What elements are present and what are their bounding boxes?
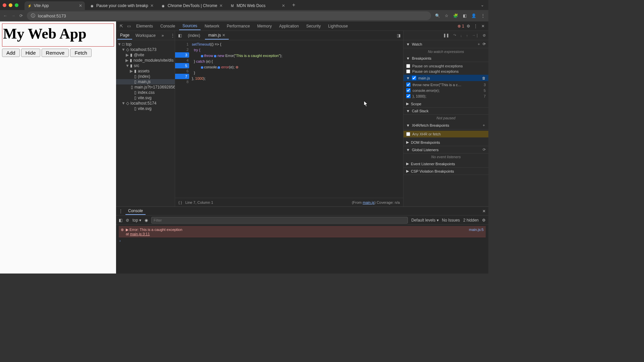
close-tab-icon[interactable]: ✕ <box>79 3 82 8</box>
deactivate-breakpoints-icon[interactable]: ⊘ <box>483 33 486 38</box>
step-into-icon[interactable]: ↓ <box>460 34 462 38</box>
inspect-element-icon[interactable]: ⇱ <box>118 24 125 28</box>
device-toolbar-icon[interactable]: ▭ <box>125 24 132 28</box>
more-icon[interactable]: ⋮ <box>472 24 479 28</box>
menu-icon[interactable]: ⋮ <box>481 13 485 18</box>
fetch-button[interactable]: Fetch <box>70 49 92 57</box>
tree-row[interactable]: ▼▮src <box>116 63 175 68</box>
add-watch-icon[interactable]: ＋ <box>477 42 481 47</box>
close-tab-icon[interactable]: ✕ <box>282 3 285 8</box>
breakpoint-file-row[interactable]: ▼ main.js🗑 <box>404 75 488 81</box>
close-tab-icon[interactable]: ✕ <box>150 3 154 8</box>
code-area[interactable]: setTimeout(() => { try { throw new Error… <box>191 40 403 198</box>
nav-menu-icon[interactable]: ⋮ <box>168 32 175 39</box>
refresh-icon[interactable]: ⟳ <box>483 42 486 46</box>
tree-row[interactable]: ▶▮assets <box>116 68 175 74</box>
new-tab-button[interactable]: + <box>290 1 298 9</box>
site-info-icon[interactable]: ⓘ <box>31 13 35 19</box>
add-xhr-icon[interactable]: ＋ <box>482 123 486 128</box>
tab-console[interactable]: Console <box>157 22 178 30</box>
close-tab-icon[interactable]: ✕ <box>222 33 225 38</box>
nav-tab-workspace[interactable]: Workspace <box>133 32 158 39</box>
remove-button[interactable]: Remove <box>42 49 69 57</box>
nav-tab-page[interactable]: Page <box>117 32 132 40</box>
profile-icon[interactable]: 👤 <box>471 13 476 18</box>
zoom-icon[interactable]: 🔍 <box>435 13 440 18</box>
tree-row[interactable]: ▯main.js?t=1710692856 <box>116 84 175 90</box>
tab-application[interactable]: Application <box>276 22 302 30</box>
tree-row[interactable]: ▶▮node_modules/vite/dis <box>116 58 175 63</box>
toggle-navigator-icon[interactable]: ◧ <box>176 33 183 38</box>
tab-performance[interactable]: Performance <box>223 22 253 30</box>
source-link[interactable]: main.js <box>363 200 374 204</box>
tab-network[interactable]: Network <box>201 22 223 30</box>
console-settings-icon[interactable]: ⚙ <box>482 218 486 223</box>
live-expression-icon[interactable]: ◉ <box>145 218 148 223</box>
global-listeners-header[interactable]: ▼ Global Listeners⟳ <box>404 146 488 154</box>
tab-chrome-devtools[interactable]: ◉ Chrome DevTools | Chrome ✕ <box>158 1 225 10</box>
line-gutter[interactable]: 12345678 <box>175 40 191 198</box>
drawer-menu-icon[interactable]: ⋮ <box>119 209 123 214</box>
issues-badge[interactable]: No Issues <box>442 218 460 223</box>
tab-memory[interactable]: Memory <box>254 22 275 30</box>
context-selector[interactable]: top ▾ <box>132 218 141 223</box>
tab-lighthouse[interactable]: Lighthouse <box>325 22 351 30</box>
tree-row[interactable]: ▯vite.svg <box>116 95 175 101</box>
drawer-tab-console[interactable]: Console <box>125 207 146 215</box>
tab-mdn[interactable]: M MDN Web Docs ✕ <box>227 1 288 10</box>
tab-pause-code[interactable]: ◉ Pause your code with breakp ✕ <box>87 1 156 10</box>
close-drawer-icon[interactable]: ✕ <box>482 209 486 214</box>
close-window-icon[interactable] <box>3 3 6 7</box>
clear-console-icon[interactable]: ⊘ <box>126 218 129 223</box>
hide-button[interactable]: Hide <box>21 49 40 57</box>
breakpoint-item[interactable]: console.error(e);5 <box>406 87 486 93</box>
xhr-section-header[interactable]: ▼ XHR/fetch Breakpoints＋ <box>404 121 488 129</box>
editor-tab-index[interactable]: (index) <box>184 32 204 39</box>
event-listener-bp-header[interactable]: ▶ Event Listener Breakpoints <box>404 160 488 168</box>
tree-row[interactable]: ▯vite.svg <box>116 106 175 111</box>
any-xhr-checkbox[interactable]: Any XHR or fetch <box>404 131 488 137</box>
pause-uncaught-checkbox[interactable]: Pause on uncaught exceptions <box>406 63 486 69</box>
breakpoints-section-header[interactable]: ▼ Breakpoints <box>404 55 488 62</box>
console-error-row[interactable]: ⊗ ▶ Error: This is a caught exception at… <box>119 226 486 237</box>
tab-vite-app[interactable]: ⚡ Vite App ✕ <box>24 1 85 10</box>
sidebar-toggle-icon[interactable]: ◧ <box>119 218 122 223</box>
step-over-icon[interactable]: ↷ <box>453 33 456 38</box>
side-panel-icon[interactable]: ◧ <box>463 13 467 18</box>
back-button[interactable]: ← <box>3 13 7 18</box>
console-filter-input[interactable] <box>151 217 408 224</box>
watch-section-header[interactable]: ▼ Watch＋⟳ <box>404 40 488 48</box>
add-button[interactable]: Add <box>2 49 20 57</box>
tree-row[interactable]: ▶▮@vite <box>116 52 175 58</box>
tree-row[interactable]: ▼◇localhost:5174 <box>116 101 175 106</box>
close-devtools-icon[interactable]: ✕ <box>480 24 486 28</box>
callstack-section-header[interactable]: ▼ Call Stack <box>404 108 488 115</box>
toggle-sidebar-icon[interactable]: ◨ <box>395 33 402 38</box>
settings-icon[interactable]: ⚙ <box>465 24 472 28</box>
editor-tab-mainjs[interactable]: main.js ✕ <box>205 32 229 40</box>
tree-row[interactable]: ▼◇localhost:5173 <box>116 47 175 52</box>
tree-row[interactable]: ▯main.js <box>116 79 175 84</box>
tree-row[interactable]: ▯(index) <box>116 74 175 79</box>
dom-breakpoints-header[interactable]: ▶ DOM Breakpoints <box>404 139 488 146</box>
extensions-icon[interactable]: 🧩 <box>453 13 458 18</box>
chevron-down-icon[interactable]: ⌄ <box>479 3 486 7</box>
error-badge[interactable]: ⊗ 1 <box>458 24 464 28</box>
refresh-icon[interactable]: ⟳ <box>483 147 486 152</box>
tab-sources[interactable]: Sources <box>179 22 201 30</box>
close-tab-icon[interactable]: ✕ <box>219 3 223 8</box>
maximize-window-icon[interactable] <box>15 3 18 7</box>
pause-caught-checkbox[interactable]: Pause on caught exceptions <box>406 69 486 74</box>
reload-button[interactable]: ⟳ <box>19 13 23 18</box>
format-icon[interactable]: { } <box>178 200 182 204</box>
delete-icon[interactable]: 🗑 <box>482 76 486 80</box>
log-levels-selector[interactable]: Default levels ▾ <box>411 218 438 223</box>
stack-link[interactable]: main.js:3:11 <box>130 232 150 236</box>
source-link[interactable]: main.js:5 <box>469 228 484 236</box>
console-prompt[interactable]: › <box>119 237 486 244</box>
forward-button[interactable]: → <box>11 13 15 18</box>
tab-elements[interactable]: Elements <box>133 22 156 30</box>
nav-more-icon[interactable]: » <box>159 32 167 39</box>
tree-row[interactable]: ▯index.css <box>116 90 175 95</box>
url-input[interactable]: ⓘ localhost:5173 <box>27 11 431 20</box>
